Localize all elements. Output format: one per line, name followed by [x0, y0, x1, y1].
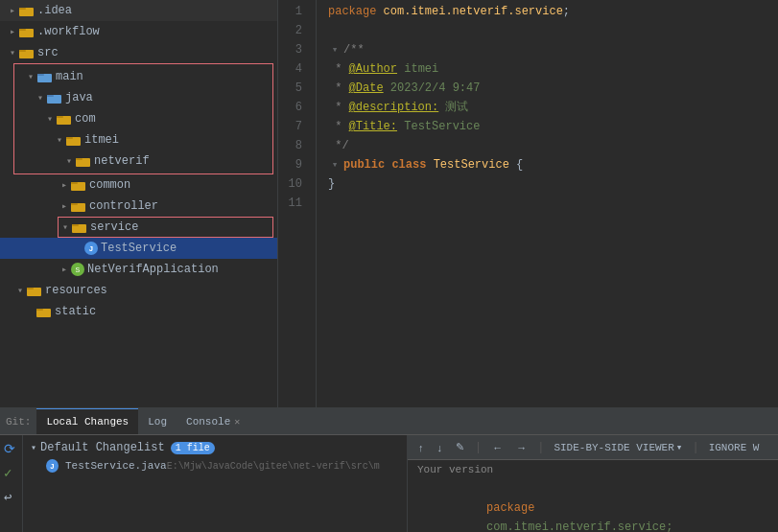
- line-num-8: 8: [278, 136, 308, 155]
- tree-arrow-common[interactable]: [58, 179, 71, 191]
- tree-item-common[interactable]: common: [0, 174, 277, 196]
- tree-item-idea[interactable]: .idea: [0, 0, 277, 21]
- main-layout: .idea .workflow src main: [0, 0, 778, 407]
- tree-item-itmei[interactable]: itmei: [14, 129, 272, 150]
- tree-arrow-service[interactable]: [59, 221, 72, 233]
- change-file-path: E:\Mjw\JavaCode\gitee\net-verif\src\m: [167, 461, 380, 472]
- comment-star-7: *: [328, 117, 349, 136]
- tree-item-service[interactable]: service: [58, 217, 273, 238]
- line-num-1: 1: [278, 2, 308, 21]
- folder-icon-com: [57, 113, 72, 125]
- line-num-3: 3: [278, 40, 308, 59]
- refresh-icon[interactable]: ⟳: [4, 441, 18, 457]
- viewer-dropdown-icon: ▾: [676, 441, 683, 453]
- diff-edit-btn[interactable]: ✎: [451, 439, 469, 455]
- diff-sep3: |: [692, 441, 698, 454]
- undo-icon[interactable]: ↩: [4, 489, 18, 505]
- tree-label-static: static: [55, 305, 96, 318]
- close-console-icon[interactable]: ✕: [234, 416, 240, 428]
- brace-open: {: [516, 155, 523, 174]
- folder-icon-netverif: [76, 155, 91, 167]
- folder-icon-itmei: [66, 134, 82, 146]
- svg-rect-7: [37, 74, 44, 76]
- tree-arrow-netverif[interactable]: [62, 155, 76, 167]
- keyword-class: class: [391, 155, 433, 174]
- tree-label-service: service: [90, 220, 138, 234]
- diff-version-label: Your version: [417, 464, 768, 475]
- code-line-6: * @description: 测试: [328, 98, 778, 117]
- tree-label-main: main: [56, 70, 83, 83]
- tree-item-java[interactable]: java: [14, 87, 272, 108]
- line-num-11: 11: [278, 194, 308, 213]
- tree-label-netverifapp: NetVerifApplication: [87, 263, 219, 276]
- tree-item-netverif[interactable]: netverif: [14, 150, 272, 172]
- tree-item-controller[interactable]: controller: [0, 196, 277, 217]
- tree-label-com: com: [75, 112, 96, 126]
- class-name-testservice: TestService: [434, 155, 516, 174]
- tree-label-testservice: TestService: [101, 242, 177, 255]
- code-line-9: ▾ public class TestService {: [328, 155, 778, 174]
- tree-label-netverif: netverif: [94, 154, 150, 168]
- collapse-icon-9[interactable]: ▾: [328, 155, 342, 174]
- tree-item-resources[interactable]: resources: [0, 280, 277, 301]
- java-change-icon: J: [46, 458, 61, 474]
- tree-label-common: common: [89, 178, 130, 192]
- collapse-icon-3[interactable]: ▾: [328, 40, 342, 59]
- folder-icon-java: [47, 92, 62, 104]
- tree-item-src[interactable]: src: [0, 42, 277, 63]
- ignore-w-btn[interactable]: IGNORE W: [705, 442, 764, 453]
- brace-close: }: [328, 174, 335, 194]
- file-tree: .idea .workflow src main: [0, 0, 278, 407]
- file-change-testservice[interactable]: J TestService.java E:\Mjw\JavaCode\gitee…: [23, 456, 407, 475]
- line-num-2: 2: [278, 21, 308, 40]
- tree-arrow-main[interactable]: [24, 71, 37, 82]
- diff-right-btn[interactable]: →: [511, 440, 531, 455]
- tree-item-com[interactable]: com: [14, 108, 272, 129]
- comment-star-4: *: [328, 59, 349, 79]
- comment-star-5: *: [328, 79, 349, 98]
- folder-icon-main: [37, 71, 53, 82]
- tree-item-workflow[interactable]: .workflow: [0, 21, 277, 42]
- diff-package-val: com.itmei.netverif.service;: [486, 520, 672, 532]
- code-line-7: * @Title: TestService: [328, 117, 778, 136]
- tree-item-testservice[interactable]: J TestService: [0, 238, 277, 259]
- tree-label-idea: .idea: [37, 4, 72, 17]
- tree-item-static[interactable]: static: [0, 301, 277, 322]
- side-by-side-label: SIDE-BY-SIDE VIEWER: [554, 442, 673, 453]
- diff-left-btn[interactable]: ←: [487, 440, 507, 455]
- side-by-side-viewer-btn[interactable]: SIDE-BY-SIDE VIEWER ▾: [550, 441, 686, 453]
- tree-arrow-com[interactable]: [43, 113, 57, 125]
- line-num-4: 4: [278, 59, 308, 79]
- tree-arrow-workflow[interactable]: [6, 26, 19, 37]
- keyword-public: public: [343, 155, 391, 174]
- annot-author-val: itmei: [397, 59, 438, 79]
- changelist-header: ▾ Default Changelist 1 file: [23, 439, 407, 456]
- tab-local-changes[interactable]: Local Changes: [36, 408, 138, 434]
- tab-log[interactable]: Log: [138, 408, 177, 434]
- annot-date: @Date: [349, 79, 384, 98]
- tree-arrow-src[interactable]: [6, 47, 19, 58]
- svg-rect-9: [47, 95, 54, 97]
- diff-sep1: |: [475, 441, 482, 454]
- tree-arrow-java[interactable]: [34, 92, 47, 104]
- tree-arrow-idea[interactable]: [6, 5, 19, 16]
- annot-desc: @description:: [349, 98, 439, 117]
- tree-item-main[interactable]: main: [14, 66, 272, 87]
- tree-arrow-resources[interactable]: [13, 285, 27, 296]
- changelist-arrow-icon[interactable]: ▾: [31, 442, 36, 453]
- diff-down-btn[interactable]: ↓: [433, 440, 448, 455]
- diff-up-btn[interactable]: ↑: [413, 440, 429, 455]
- tab-console[interactable]: Console ✕: [177, 408, 249, 434]
- tree-arrow-controller[interactable]: [58, 200, 71, 212]
- bottom-tabs-bar: Git: Local Changes Log Console ✕: [0, 408, 778, 435]
- change-file-name: TestService.java: [65, 460, 167, 472]
- annot-date-val: 2023/2/4 9:47: [384, 79, 481, 98]
- spring-icon-netverifapp: S: [71, 263, 84, 276]
- code-line-3: ▾ /**: [328, 40, 778, 59]
- check-icon[interactable]: ✓: [4, 465, 18, 481]
- code-editor: 1 2 3 4 5 6 7 8 9 10 11 package com.itme…: [278, 0, 778, 407]
- tree-arrow-itmei[interactable]: [53, 134, 66, 146]
- folder-icon-controller: [71, 200, 86, 212]
- tree-arrow-netverifapp[interactable]: [58, 264, 71, 275]
- tree-item-netverifapp[interactable]: S NetVerifApplication: [0, 259, 277, 280]
